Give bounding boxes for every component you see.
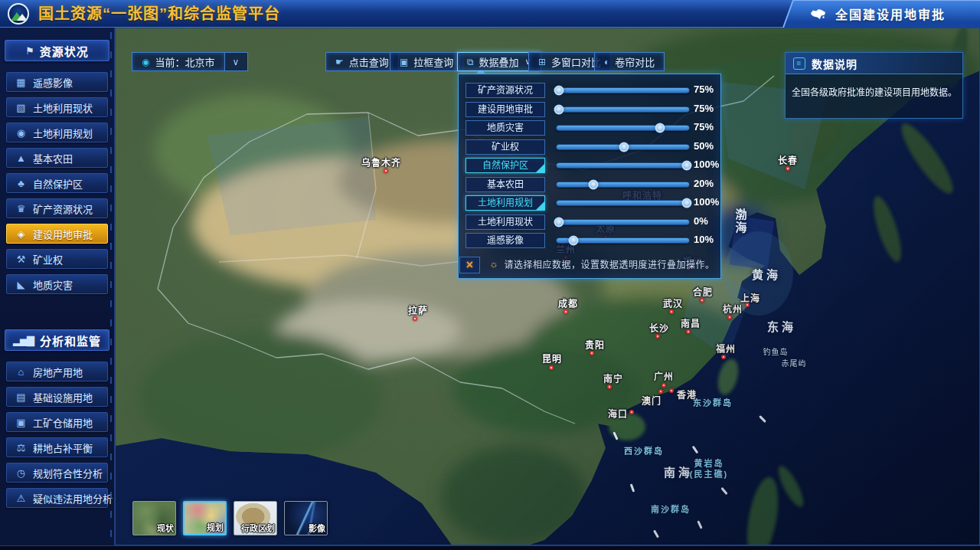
opacity-slider[interactable] xyxy=(556,162,690,169)
sidebar-item[interactable]: ◷规划符合性分析 xyxy=(6,463,108,483)
map-city-label: 广州 xyxy=(654,369,674,382)
sidebar-section-header: ▂▅▇分析和监管 xyxy=(5,329,109,351)
sidebar-item[interactable]: ◉土地利用规划 xyxy=(6,123,108,142)
slider-handle[interactable] xyxy=(619,142,629,152)
plan-pin-icon: ◉ xyxy=(15,127,27,139)
mineral-icon: ♛ xyxy=(15,203,27,214)
toolbar-button-0[interactable]: ☛点击查询 xyxy=(325,52,399,71)
map-city-marker xyxy=(786,166,790,171)
layer-toggle-button[interactable]: 建设用地审批 xyxy=(466,102,545,117)
sidebar-item[interactable]: ⚖耕地占补平衡 xyxy=(6,437,108,457)
opacity-slider[interactable] xyxy=(556,219,690,225)
landuse-icon: ▧ xyxy=(15,102,27,113)
nature-icon: ♣ xyxy=(15,178,27,189)
layer-toggle-button[interactable]: 矿业权 xyxy=(466,139,545,155)
basemap-thumbnail-label: 行政区划 xyxy=(241,522,275,534)
sidebar-item[interactable]: ♛矿产资源状况 xyxy=(6,198,108,218)
slider-handle[interactable] xyxy=(681,161,691,171)
layer-toggle-button[interactable]: 土地利用现状 xyxy=(466,214,545,230)
layer-toggle-button[interactable]: 遥感影像 xyxy=(466,233,545,248)
map-city-marker xyxy=(384,169,388,173)
basemap-thumbnail-label: 影像 xyxy=(309,522,325,534)
map-city-label: 合肥 xyxy=(693,285,713,298)
opacity-value: 75% xyxy=(694,121,714,133)
map-city-label: 南宁 xyxy=(603,372,623,385)
layer-toggle-button[interactable]: 地质灾害 xyxy=(466,120,545,136)
opacity-slider[interactable] xyxy=(556,125,690,131)
curtain-compare-icon: ◐ xyxy=(604,57,609,67)
multi-window-icon: ⊞ xyxy=(538,57,546,67)
map-sea-label: 黄海 xyxy=(752,266,781,282)
slider-handle[interactable] xyxy=(554,86,564,96)
map-city-label: 成都 xyxy=(558,296,578,309)
sidebar-item[interactable]: ◈建设用地审批 xyxy=(6,224,108,244)
sidebar-item[interactable]: ▧土地利用现状 xyxy=(6,97,108,117)
flag-map-icon: ⚑ xyxy=(25,45,34,57)
sidebar-item[interactable]: ▲基本农田 xyxy=(6,148,108,168)
layer-toggle-button[interactable]: 基本农田 xyxy=(466,177,545,192)
chevron-down-icon[interactable]: ∨ xyxy=(225,52,248,71)
toolbar-button-label: 卷帘对比 xyxy=(615,54,655,69)
layer-toggle-button[interactable]: 自然保护区 xyxy=(466,158,545,173)
header-tab-label: 全国建设用地审批 xyxy=(835,5,946,23)
map-city-label: 上海 xyxy=(740,291,760,304)
overlay-tip-text: 请选择相应数据，设置数据透明度进行叠加操作。 xyxy=(504,257,714,270)
basemap-thumbnail-xingzheng[interactable]: 行政区划 xyxy=(234,501,277,535)
sidebar-item-label: 耕地占补平衡 xyxy=(33,440,93,455)
warehouse-icon: ▣ xyxy=(15,417,27,428)
map-city-marker xyxy=(745,303,750,307)
region-selector-current[interactable]: ◉ 当前：北京市 xyxy=(132,52,225,71)
layer-row: 基本农田20% xyxy=(459,175,720,195)
layer-toggle-button[interactable]: 矿产资源状况 xyxy=(466,83,545,98)
opacity-slider[interactable] xyxy=(556,144,690,150)
hand-pointer-icon: ☛ xyxy=(335,57,344,67)
alert-icon: ⚠ xyxy=(15,493,27,504)
region-selector-label: 当前：北京市 xyxy=(155,54,214,69)
header-mode-tab[interactable]: 全国建设用地审批 xyxy=(775,0,980,28)
slider-handle[interactable] xyxy=(554,217,564,227)
sidebar-item[interactable]: ▣工矿仓储用地 xyxy=(6,412,108,432)
map-island-label: (民主礁) xyxy=(690,467,728,480)
sidebar-item[interactable]: ◣地质灾害 xyxy=(6,274,108,294)
close-panel-button[interactable]: × xyxy=(459,257,480,273)
layer-toggle-button[interactable]: 土地利用规划 xyxy=(466,195,545,211)
nine-dash-line-segment xyxy=(630,483,635,492)
sidebar-item-label: 疑似违法用地分析 xyxy=(33,491,113,506)
sidebar-section-header: ⚑资源状况 xyxy=(5,40,109,61)
china-map-icon xyxy=(809,8,828,21)
toolbar-button-label: 点击查询 xyxy=(349,54,389,69)
map-city-marker xyxy=(727,315,732,319)
sidebar-item-label: 矿产资源状况 xyxy=(33,201,93,216)
approval-icon: ◈ xyxy=(15,228,27,240)
map-city-label: 澳门 xyxy=(642,394,662,407)
opacity-slider[interactable] xyxy=(556,106,690,113)
clock-analysis-icon: ◷ xyxy=(15,467,27,479)
opacity-slider[interactable] xyxy=(556,237,690,244)
slider-handle[interactable] xyxy=(589,179,599,189)
slider-handle[interactable] xyxy=(681,198,691,208)
map-city-marker xyxy=(669,388,674,393)
opacity-slider[interactable] xyxy=(556,182,690,188)
slider-handle[interactable] xyxy=(554,104,564,114)
region-selector[interactable]: ◉ 当前：北京市 ∨ xyxy=(132,52,248,71)
sidebar-item[interactable]: ♣自然保护区 xyxy=(6,173,108,193)
sidebar-item[interactable]: ⌂房地产用地 xyxy=(6,362,108,381)
bar-chart-icon: ▂▅▇ xyxy=(13,335,34,346)
basemap-thumbnail-guihua[interactable]: 规划 xyxy=(183,501,227,535)
sidebar-item[interactable]: ▦遥感影像 xyxy=(6,72,108,92)
slider-handle[interactable] xyxy=(655,123,665,133)
map-city-marker xyxy=(413,316,417,321)
slider-handle[interactable] xyxy=(569,236,579,246)
location-pin-icon: ◉ xyxy=(142,57,149,67)
toolbar-button-1[interactable]: ▣拉框查询 xyxy=(390,52,463,71)
sidebar-item[interactable]: ▤基础设施用地 xyxy=(6,387,108,407)
opacity-slider[interactable] xyxy=(556,200,690,206)
sidebar-item[interactable]: ⚠疑似违法用地分析 xyxy=(6,488,108,508)
toolbar-button-4[interactable]: ◐卷帘对比 xyxy=(594,52,665,71)
overlay-tip: ☼ 请选择相应数据，设置数据透明度进行叠加操作。 xyxy=(489,257,714,270)
sidebar-item[interactable]: ⚒矿业权 xyxy=(6,249,108,269)
opacity-slider[interactable] xyxy=(556,87,690,93)
basemap-thumbnail-yingxiang[interactable]: 影像 xyxy=(284,501,328,535)
document-icon: ≡ xyxy=(793,57,805,70)
basemap-thumbnail-xianzhuang[interactable]: 现状 xyxy=(132,501,176,535)
